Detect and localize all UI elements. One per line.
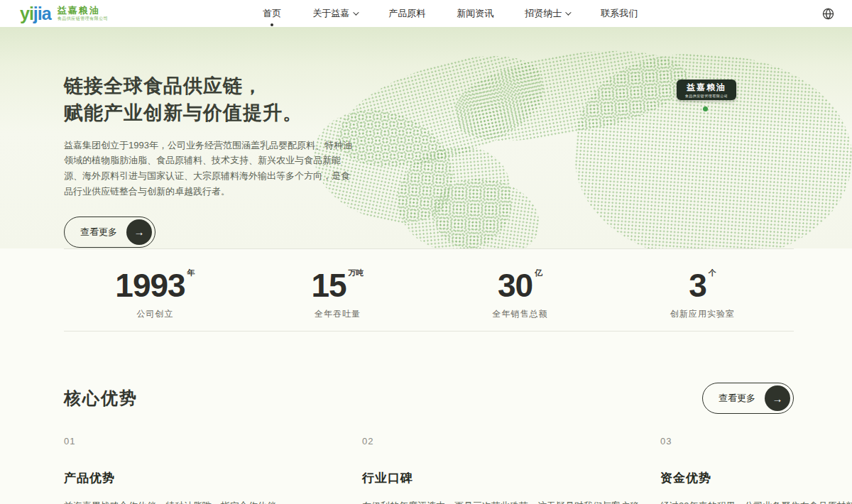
hero-title-line1: 链接全球食品供应链， bbox=[64, 75, 263, 97]
stat-throughput: 15 万吨 全年吞吐量 bbox=[246, 269, 429, 331]
section-title: 核心优势 bbox=[64, 387, 138, 410]
advantage-card-reputation[interactable]: 02 行业口碑 在伊利的年度评选中，更是三次获此殊荣，这无疑是对我们与客户稳 bbox=[362, 436, 660, 504]
nav-item-label: 首页 bbox=[263, 7, 281, 20]
advantage-title: 资金优势 bbox=[660, 470, 852, 486]
active-indicator-dot bbox=[271, 23, 273, 26]
nav-item-about[interactable]: 关于益嘉 bbox=[312, 7, 357, 20]
hero-section: 益嘉粮油 食品供应链管理有限公司 链接全球食品供应链， 赋能产业创新与价值提升。… bbox=[0, 27, 852, 248]
advantage-card-product[interactable]: 01 产品优势 益海嘉里战略合作伙伴，特种油脂唯一指定合作伙伴 bbox=[64, 436, 362, 504]
hero-title-line2: 赋能产业创新与价值提升。 bbox=[64, 102, 302, 124]
arrow-right-icon: → bbox=[126, 219, 152, 245]
nav-item-label: 招贤纳士 bbox=[525, 7, 562, 20]
map-company-badge: 益嘉粮油 食品供应链管理有限公司 bbox=[677, 80, 736, 100]
nav-item-label: 联系我们 bbox=[601, 7, 638, 20]
stat-value: 3 bbox=[689, 269, 706, 302]
nav-item-label: 产品原料 bbox=[388, 7, 425, 20]
nav-item-label: 关于益嘉 bbox=[312, 7, 349, 20]
stat-value-block: 1993 年 bbox=[115, 269, 195, 302]
advantage-title: 行业口碑 bbox=[362, 470, 660, 486]
stat-unit: 个 bbox=[709, 268, 716, 278]
see-more-label: 查看更多 bbox=[80, 226, 117, 239]
header: yijia 益嘉粮油 食品供应链管理有限公司 首页 关于益嘉 产品原料 新闻资讯… bbox=[0, 0, 852, 27]
logo-company-name: 益嘉粮油 bbox=[58, 5, 109, 16]
globe-icon bbox=[822, 8, 834, 20]
advantage-text: 在伊利的年度评选中，更是三次获此殊荣，这无疑是对我们与客户稳 bbox=[362, 498, 660, 504]
stats-section: 1993 年 公司创立 15 万吨 全年吞吐量 30 亿 全年销售总额 3 个 … bbox=[64, 249, 794, 331]
advantages-section: 核心优势 查看更多 → 01 产品优势 益海嘉里战略合作伙伴，特种油脂唯一指定合… bbox=[0, 332, 852, 504]
nav-item-home[interactable]: 首页 bbox=[263, 7, 281, 20]
stat-value: 15 bbox=[311, 269, 346, 302]
badge-title: 益嘉粮油 bbox=[687, 82, 726, 94]
map-location-dot bbox=[703, 106, 708, 111]
nav-item-products[interactable]: 产品原料 bbox=[388, 7, 425, 20]
advantage-card-capital[interactable]: 03 资金优势 经过33年来的积累，公司业务聚焦在食品原材料和附属材料 bbox=[660, 436, 852, 504]
advantage-index: 02 bbox=[362, 436, 660, 447]
stat-founded: 1993 年 公司创立 bbox=[64, 269, 246, 331]
logo-wordmark: yijia bbox=[20, 5, 51, 23]
stat-label: 创新应用实验室 bbox=[670, 308, 735, 320]
advantages-columns: 01 产品优势 益海嘉里战略合作伙伴，特种油脂唯一指定合作伙伴 02 行业口碑 … bbox=[64, 436, 852, 504]
nav-item-contact[interactable]: 联系我们 bbox=[601, 7, 638, 20]
advantage-title: 产品优势 bbox=[64, 470, 362, 486]
stat-labs: 3 个 创新应用实验室 bbox=[611, 269, 794, 331]
badge-subtitle: 食品供应链管理有限公司 bbox=[685, 94, 728, 98]
stat-sales: 30 亿 全年销售总额 bbox=[429, 269, 611, 331]
stat-label: 公司创立 bbox=[137, 308, 174, 320]
hero-see-more-button[interactable]: 查看更多 → bbox=[64, 217, 155, 248]
nav-item-news[interactable]: 新闻资讯 bbox=[457, 7, 493, 20]
chevron-down-icon bbox=[353, 9, 359, 15]
stat-value-block: 15 万吨 bbox=[311, 269, 364, 302]
logo-chinese-block: 益嘉粮油 食品供应链管理有限公司 bbox=[58, 5, 109, 23]
stat-value-block: 30 亿 bbox=[498, 269, 542, 302]
stat-unit: 万吨 bbox=[349, 268, 364, 278]
chevron-down-icon bbox=[565, 9, 571, 15]
advantage-text: 益海嘉里战略合作伙伴，特种油脂唯一指定合作伙伴 bbox=[64, 498, 362, 504]
logo-jia: jia bbox=[33, 4, 51, 23]
main-nav: 首页 关于益嘉 产品原料 新闻资讯 招贤纳士 联系我们 bbox=[263, 7, 638, 20]
stat-value-block: 3 个 bbox=[689, 269, 716, 302]
advantage-text: 经过33年来的积累，公司业务聚焦在食品原材料和附属材料 bbox=[660, 498, 852, 504]
hero-content: 链接全球食品供应链， 赋能产业创新与价值提升。 益嘉集团创立于1993年，公司业… bbox=[64, 27, 794, 248]
stat-label: 全年销售总额 bbox=[493, 308, 548, 320]
nav-item-careers[interactable]: 招贤纳士 bbox=[525, 7, 569, 20]
stat-unit: 年 bbox=[187, 268, 195, 278]
logo-company-subtitle: 食品供应链管理有限公司 bbox=[58, 16, 109, 22]
advantages-see-more-button[interactable]: 查看更多 → bbox=[702, 383, 794, 414]
advantages-header: 核心优势 查看更多 → bbox=[64, 383, 794, 414]
hero-description: 益嘉集团创立于1993年，公司业务经营范围涵盖乳品婴配原料、特种油领域的植物脂肪… bbox=[64, 138, 358, 199]
brand-logo[interactable]: yijia 益嘉粮油 食品供应链管理有限公司 bbox=[20, 5, 108, 23]
stat-unit: 亿 bbox=[535, 268, 542, 278]
see-more-label: 查看更多 bbox=[719, 392, 755, 405]
arrow-right-icon: → bbox=[765, 385, 790, 411]
nav-item-label: 新闻资讯 bbox=[457, 7, 493, 20]
stat-value: 30 bbox=[498, 269, 532, 302]
stat-label: 全年吞吐量 bbox=[315, 308, 361, 320]
advantage-index: 01 bbox=[64, 436, 362, 447]
language-globe-button[interactable] bbox=[822, 8, 834, 20]
logo-yi: yi bbox=[20, 4, 33, 23]
advantage-index: 03 bbox=[660, 436, 852, 447]
stat-value: 1993 bbox=[115, 269, 185, 302]
